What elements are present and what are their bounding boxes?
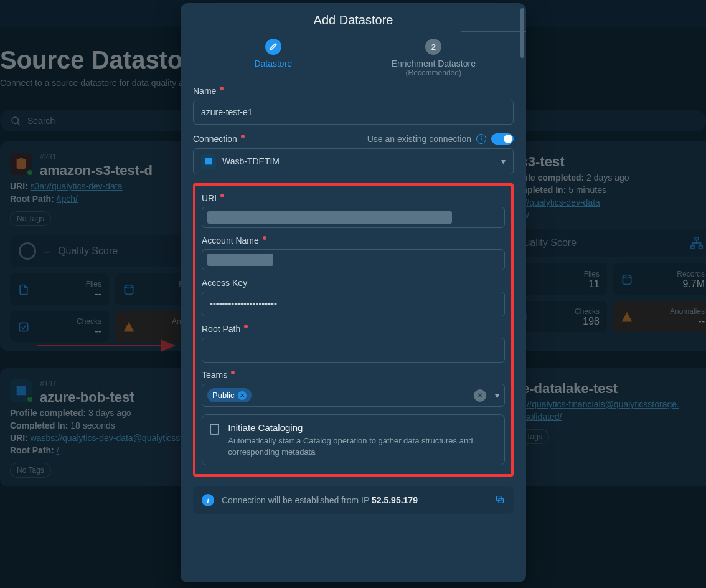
initiate-catalog-desc: Automatically start a Catalog operation …	[228, 435, 497, 457]
ip-info-banner: i Connection will be established from IP…	[193, 486, 514, 514]
required-dot	[244, 325, 248, 328]
clear-chips-icon[interactable]: ✕	[474, 389, 486, 402]
required-dot	[231, 371, 235, 374]
info-icon: i	[202, 494, 214, 506]
access-key-label: Access Key	[202, 278, 247, 288]
connection-type-icon	[201, 154, 216, 169]
step-datastore[interactable]: Datastore	[193, 39, 354, 69]
access-key-input[interactable]	[202, 292, 505, 316]
uri-input[interactable]: wasbs://■■■■■■■■■■■■■■■■■■■■■■■■■■■■■■	[202, 207, 505, 228]
step-enrichment[interactable]: 2 Enrichment Datastore (Recommended)	[354, 39, 514, 77]
account-name-input[interactable]: ■■■■■■■■■	[202, 249, 505, 270]
info-icon[interactable]: i	[476, 134, 486, 144]
add-datastore-modal: Add Datastore Datastore 2 Enrichment Dat…	[181, 3, 526, 582]
uri-label: URI	[202, 193, 217, 203]
required-dot	[220, 87, 224, 90]
chevron-down-icon: ▾	[495, 391, 499, 401]
connection-label: Connection	[193, 134, 237, 144]
pencil-icon	[269, 42, 278, 51]
initiate-catalog-title: Initiate Cataloging	[228, 422, 497, 433]
chevron-down-icon: ▾	[501, 156, 506, 166]
initiate-catalog-checkbox[interactable]	[210, 424, 219, 435]
account-name-label: Account Name	[202, 235, 259, 245]
required-dot	[220, 194, 224, 197]
initiate-catalog-option[interactable]: Initiate Cataloging Automatically start …	[202, 414, 505, 465]
ip-address: 52.5.95.179	[372, 495, 418, 505]
use-existing-toggle[interactable]	[491, 133, 514, 145]
root-path-label: Root Path	[202, 324, 240, 334]
team-chip-public[interactable]: Public✕	[207, 388, 252, 402]
name-label: Name	[193, 86, 216, 96]
name-input[interactable]	[193, 100, 514, 125]
connection-select[interactable]: Wasb-TDETIM ▾	[193, 148, 514, 174]
root-path-input[interactable]	[202, 338, 505, 363]
required-dot	[263, 236, 266, 240]
copy-ip-icon[interactable]	[495, 495, 505, 506]
remove-chip-icon[interactable]: ✕	[238, 391, 247, 400]
required-dot	[241, 135, 245, 138]
modal-title: Add Datastore	[193, 13, 514, 27]
teams-label: Teams	[202, 370, 227, 380]
teams-select[interactable]: Public✕ ✕ ▾	[202, 384, 505, 407]
use-existing-label: Use an existing connection	[367, 134, 471, 144]
stepper: Datastore 2 Enrichment Datastore (Recomm…	[193, 39, 514, 77]
highlighted-section: URI wasbs://■■■■■■■■■■■■■■■■■■■■■■■■■■■■…	[193, 183, 514, 477]
